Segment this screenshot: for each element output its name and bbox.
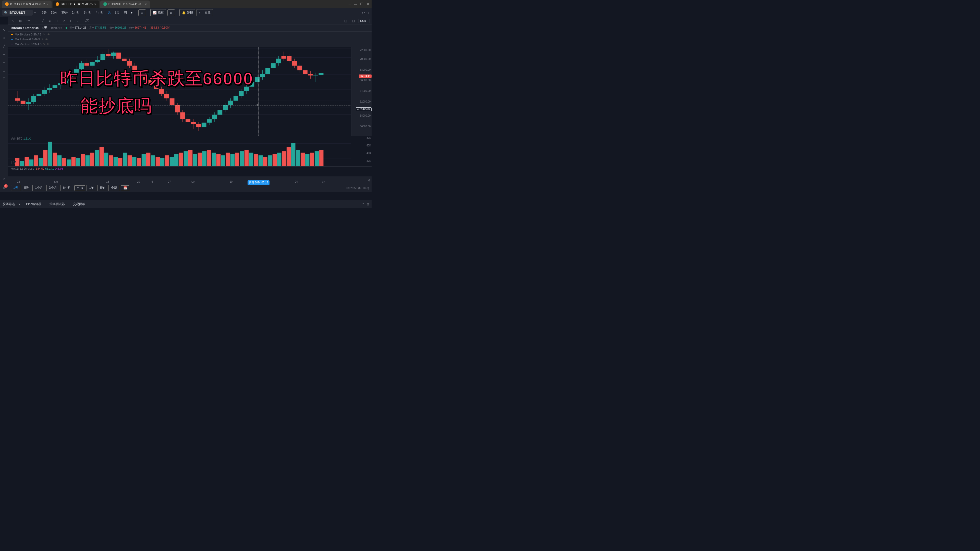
stock-screener-dropdown[interactable]: 股票筛选... ▾ xyxy=(3,202,20,206)
draw-cursor[interactable]: ↖ xyxy=(10,18,16,24)
replay-button[interactable]: ⟵ 回放 xyxy=(197,9,213,16)
panel-collapse-button[interactable]: ⌃ xyxy=(362,203,364,206)
strategy-tester-button[interactable]: 策略测试器 xyxy=(48,201,67,207)
draw-rect[interactable]: □ xyxy=(54,18,59,24)
panel-controls: ⌃ ⊡ xyxy=(362,203,369,206)
tab-2[interactable]: BTCUSD ▼ 66971 -0.5% ✕ xyxy=(52,0,99,8)
period-1d[interactable]: 1天 xyxy=(11,185,21,191)
toolbar-separator-3 xyxy=(148,10,148,15)
time-goto[interactable]: ⊙ xyxy=(351,179,372,182)
timestamp: 09:29:58 (UTC+8) xyxy=(347,186,369,189)
timeframe-1d[interactable]: 天 xyxy=(106,10,112,16)
alerts-button[interactable]: 🔔 警报 xyxy=(180,9,196,16)
ma25-visibility[interactable]: 👁 xyxy=(47,43,50,46)
browser-maximize[interactable]: ☐ xyxy=(360,2,363,6)
auto-scale-icon[interactable]: ⊡ xyxy=(343,18,348,24)
tab-3[interactable]: BTCUSDT ▼ 66974.41 -0.5 ✕ xyxy=(100,0,150,8)
draw-measure[interactable]: ↔ xyxy=(75,18,81,24)
sidebar-text[interactable]: T xyxy=(1,76,7,82)
price-crosshair: ⊕ 60445.04 xyxy=(356,107,372,111)
period-all[interactable]: 全部 xyxy=(108,185,120,191)
timeframe-3h[interactable]: 3小时 xyxy=(82,10,93,16)
draw-eraser[interactable]: ⌫ xyxy=(83,18,91,24)
dropdown-chevron: ▾ xyxy=(18,203,20,206)
sidebar-fib[interactable]: ≡ xyxy=(1,59,7,65)
ma7-visibility[interactable]: 👁 xyxy=(45,38,48,41)
trading-panel-button[interactable]: 交易面板 xyxy=(71,201,87,207)
ma99-edit[interactable]: ✎ xyxy=(43,33,45,36)
browser-close[interactable]: ✕ xyxy=(366,2,369,6)
sidebar-collapse[interactable]: △ xyxy=(1,176,7,182)
period-calendar[interactable]: 📅 xyxy=(121,185,130,191)
period-5y[interactable]: 5年 xyxy=(97,185,107,191)
candle-type-button[interactable]: ⊟ xyxy=(138,10,146,16)
draw-ray[interactable]: ╱ xyxy=(41,18,45,24)
macd-chart[interactable]: MACD 12 26 close -384.57 561.41 945.98 xyxy=(8,167,351,176)
new-tab-button[interactable]: + xyxy=(151,2,153,6)
draw-fib[interactable]: ≡ xyxy=(47,18,52,24)
period-5d[interactable]: 5天 xyxy=(22,185,32,191)
sidebar-crosshair[interactable]: ⊕ xyxy=(1,35,7,41)
candlestick-area[interactable]: + 昨日比特币杀跌至66000 能抄底吗 xyxy=(8,47,351,136)
indicators-button[interactable]: 📈 指标 xyxy=(150,9,166,16)
goto-icon[interactable]: ⊙ xyxy=(368,179,371,182)
change-value: -339.83 (-0.50%) xyxy=(149,26,170,30)
timeframe-30min[interactable]: 30分 xyxy=(60,10,69,16)
browser-minimize[interactable]: ─ xyxy=(348,2,351,6)
timeframe-1w[interactable]: 周 xyxy=(122,10,128,16)
period-1y[interactable]: 1年 xyxy=(86,185,97,191)
draw-arrow[interactable]: ↗ xyxy=(61,18,66,24)
draw-path[interactable]: 〰 xyxy=(25,18,32,24)
ma99-color xyxy=(11,34,13,35)
btc-icon-2 xyxy=(56,2,59,6)
panel-fullscreen-button[interactable]: ⊡ xyxy=(366,203,369,206)
lock-price-icon[interactable]: ⊟ xyxy=(351,18,356,24)
redo-button[interactable]: ↪ xyxy=(366,11,369,15)
replay-label: 回放 xyxy=(204,11,210,15)
ma99-label: MA 99 close 0 SMA 5 xyxy=(15,33,41,36)
timeframe-more[interactable]: ▾ xyxy=(129,10,134,15)
volume-label: Vol · BTC 1.11K xyxy=(11,137,30,140)
sidebar-rect[interactable]: □ xyxy=(1,67,7,73)
candlestick-canvas xyxy=(8,47,351,136)
ma25-edit[interactable]: ✎ xyxy=(43,43,45,46)
tab-3-close[interactable]: ✕ xyxy=(145,3,147,6)
browser-more[interactable]: ··· xyxy=(354,2,357,6)
currency-selector[interactable]: USDT xyxy=(358,19,369,23)
volume-canvas xyxy=(8,136,351,166)
tab-1-close[interactable]: ✕ xyxy=(46,3,48,6)
timeframe-1h[interactable]: 1小时 xyxy=(70,10,81,16)
timeframe-15min[interactable]: 15分 xyxy=(49,10,59,16)
add-comparison-button[interactable]: + xyxy=(34,11,36,15)
scroll-down-icon[interactable]: ↓ xyxy=(337,18,341,24)
sidebar-cursor[interactable]: ↖ xyxy=(1,27,7,33)
draw-text[interactable]: T xyxy=(68,18,73,24)
timeframe-3min[interactable]: 3分 xyxy=(40,10,48,16)
ma99-visibility[interactable]: 👁 xyxy=(47,33,50,36)
period-6m[interactable]: 6个月 xyxy=(60,185,73,191)
pine-editor-button[interactable]: Pine编辑器 xyxy=(24,201,43,207)
price-scale-controls: ↓ ⊡ ⊟ USDT xyxy=(337,18,369,24)
time-current-date: 周日 2024-06-16 xyxy=(248,180,269,185)
sidebar-expand[interactable]: 5 ≡ xyxy=(1,185,7,191)
chart-canvas[interactable]: + 昨日比特币杀跌至66000 能抄底吗 72000.00 70000.00 6… xyxy=(8,47,372,136)
timeframe-4h[interactable]: 4小时 xyxy=(94,10,105,16)
period-3m[interactable]: 3个月 xyxy=(46,185,59,191)
draw-crosshair[interactable]: ⊕ xyxy=(18,18,23,24)
objects-button[interactable]: ⊞ xyxy=(167,10,175,16)
draw-hline[interactable]: ─ xyxy=(33,18,38,24)
sidebar-line[interactable]: ╱ xyxy=(1,43,7,49)
volume-value: 1.11K xyxy=(24,137,31,140)
timeframe-3d[interactable]: 3天 xyxy=(113,10,121,16)
volume-bars[interactable]: Vol · BTC 1.11K TV xyxy=(8,136,351,166)
tab-2-close[interactable]: ✕ xyxy=(94,3,96,6)
tab-1[interactable]: BTCUSD ▼ 66964.19 -0.52 ✕ xyxy=(2,0,52,8)
period-ytd[interactable]: YTD xyxy=(74,185,86,191)
symbol-search[interactable]: 🔍 BTCUSDT xyxy=(2,10,33,16)
undo-button[interactable]: ↩ xyxy=(362,11,365,15)
period-1m[interactable]: 1个月 xyxy=(32,185,45,191)
chart-header: Bitcoin / TetherUS · 1天 · BINANCE 开= 673… xyxy=(8,24,372,32)
period-selector: 1天 5天 1个月 3个月 6个月 YTD 1年 5年 全部 📅 09:29:5… xyxy=(8,184,372,192)
sidebar-hray[interactable]: ─ xyxy=(1,51,7,57)
ma7-edit[interactable]: ✎ xyxy=(41,38,44,41)
